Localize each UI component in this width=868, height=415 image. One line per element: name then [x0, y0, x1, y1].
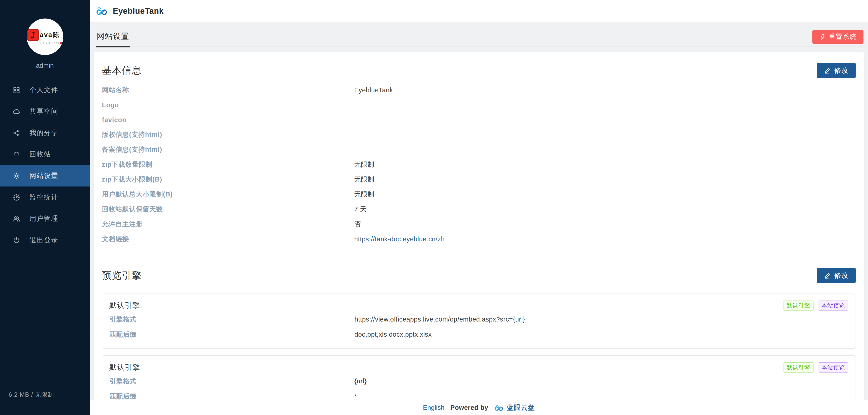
setting-row: 匹配后缀doc,ppt,xls,docx,pptx,xlsx: [110, 327, 848, 342]
setting-row: 引擎格式https://view.officeapps.live.com/op/…: [110, 312, 848, 327]
sidebar-item-label: 用户管理: [29, 214, 58, 223]
setting-row: 引擎格式{url}: [110, 374, 848, 389]
username: admin: [0, 62, 90, 69]
engine-title: 默认引擎: [110, 362, 140, 372]
sidebar-item-site-settings[interactable]: 网站设置: [0, 165, 90, 186]
setting-row: 文档链接https://tank-doc.eyeblue.cn/zh: [102, 232, 856, 247]
avatar-logo-text: ava陈: [40, 31, 60, 39]
footer: English Powered by 蓝眼云盘: [90, 400, 868, 415]
titlebar: 网站设置 重置系统: [90, 22, 868, 47]
sidebar: J ava陈 J a v a Chen admin 个人文件: [0, 0, 90, 415]
eyeblue-logo-icon: [494, 404, 505, 412]
app-root: J ava陈 J a v a Chen admin 个人文件: [0, 0, 868, 415]
sidebar-menu: 个人文件 共享空间 我的分享 回收站: [0, 79, 90, 251]
pencil-icon: [824, 272, 831, 279]
sidebar-item-user-management[interactable]: 用户管理: [0, 208, 90, 230]
eyeblue-logo-icon[interactable]: [96, 6, 110, 16]
sidebar-item-monitoring[interactable]: 监控统计: [0, 186, 90, 208]
setting-row: zip下载数量限制无限制: [102, 157, 856, 172]
footer-brand-link[interactable]: 蓝眼云盘: [494, 403, 535, 412]
sidebar-item-recycle-bin[interactable]: 回收站: [0, 144, 90, 165]
avatar-logo: J ava陈 J a v a Chen: [27, 29, 63, 44]
sidebar-item-label: 共享空间: [29, 107, 58, 116]
default-engine-badge: 默认引擎: [783, 301, 813, 311]
page-title: 网站设置: [96, 31, 130, 47]
avatar-logo-dot: [60, 42, 62, 44]
edit-preview-engine-button[interactable]: 修改: [817, 268, 856, 283]
local-preview-badge: 本站预览: [818, 301, 848, 311]
setting-row: Logo: [102, 98, 856, 112]
basic-info-title: 基本信息: [102, 64, 142, 77]
reset-system-button[interactable]: 重置系统: [812, 30, 864, 44]
default-engine-badge: 默认引擎: [783, 362, 813, 373]
main-area: EyeblueTank 网站设置 重置系统 基本信息 修改: [90, 0, 868, 415]
doc-link[interactable]: https://tank-doc.eyeblue.cn/zh: [354, 236, 445, 243]
avatar-logo-initial: J: [27, 29, 39, 41]
preview-engine-header: 预览引擎 修改: [102, 268, 856, 283]
trash-icon: [13, 150, 21, 159]
setting-row: zip下载大小限制(B)无限制: [102, 172, 856, 187]
setting-row: 回收站默认保留天数7 天: [102, 202, 856, 217]
setting-row: 匹配后缀*: [110, 389, 848, 400]
share-icon: [13, 129, 21, 137]
preview-engine-title: 预览引擎: [102, 269, 142, 282]
basic-info-header: 基本信息 修改: [102, 52, 856, 78]
avatar-logo-subtitle: J a v a Chen: [27, 41, 63, 44]
pencil-icon: [824, 67, 831, 74]
setting-row: favicon: [102, 112, 856, 127]
topbar: EyeblueTank: [90, 0, 868, 22]
dashboard-icon: [13, 193, 21, 201]
setting-row: 网站名称EyeblueTank: [102, 83, 856, 98]
local-preview-badge: 本站预览: [818, 362, 848, 373]
engine-title: 默认引擎: [110, 301, 140, 310]
sidebar-item-personal-files[interactable]: 个人文件: [0, 79, 90, 101]
sidebar-item-label: 退出登录: [29, 236, 58, 245]
sidebar-item-label: 监控统计: [29, 193, 58, 202]
edit-basic-info-button[interactable]: 修改: [817, 63, 856, 78]
sidebar-item-label: 网站设置: [29, 171, 58, 180]
users-icon: [13, 215, 21, 223]
sidebar-item-logout[interactable]: 退出登录: [0, 230, 90, 251]
sidebar-item-my-shares[interactable]: 我的分享: [0, 122, 90, 144]
gear-icon: [13, 172, 21, 180]
setting-row: 版权信息(支持html): [102, 127, 856, 142]
content: 基本信息 修改 网站名称EyeblueTank Logo favicon 版权信…: [90, 47, 868, 400]
settings-card: 基本信息 修改 网站名称EyeblueTank Logo favicon 版权信…: [94, 52, 864, 400]
grid-icon: [13, 86, 21, 94]
setting-row: 备案信息(支持html): [102, 142, 856, 157]
sidebar-item-label: 我的分享: [29, 128, 58, 138]
engine-box: 默认引擎 默认引擎 本站预览 引擎格式https://view.officeap…: [102, 293, 856, 349]
setting-row: 用户默认总大小限制(B)无限制: [102, 187, 856, 202]
sidebar-item-shared-space[interactable]: 共享空间: [0, 101, 90, 122]
storage-usage: 6.2 MB / 无限制: [8, 391, 54, 399]
powered-by-text: Powered by: [450, 404, 488, 411]
language-link[interactable]: English: [423, 404, 444, 411]
power-icon: [13, 236, 21, 244]
setting-row: 允许自主注册否: [102, 217, 856, 232]
footer-brand-text: 蓝眼云盘: [507, 403, 535, 412]
sidebar-item-label: 个人文件: [29, 85, 58, 95]
brand-name[interactable]: EyeblueTank: [113, 6, 164, 16]
avatar[interactable]: J ava陈 J a v a Chen: [27, 19, 63, 55]
thunderbolt-icon: [819, 33, 826, 40]
cloud-icon: [13, 107, 21, 115]
basic-info-rows: 网站名称EyeblueTank Logo favicon 版权信息(支持html…: [102, 83, 856, 247]
sidebar-item-label: 回收站: [29, 150, 51, 159]
engine-box: 默认引擎 默认引擎 本站预览 引擎格式{url} 匹配后缀*: [102, 355, 856, 400]
